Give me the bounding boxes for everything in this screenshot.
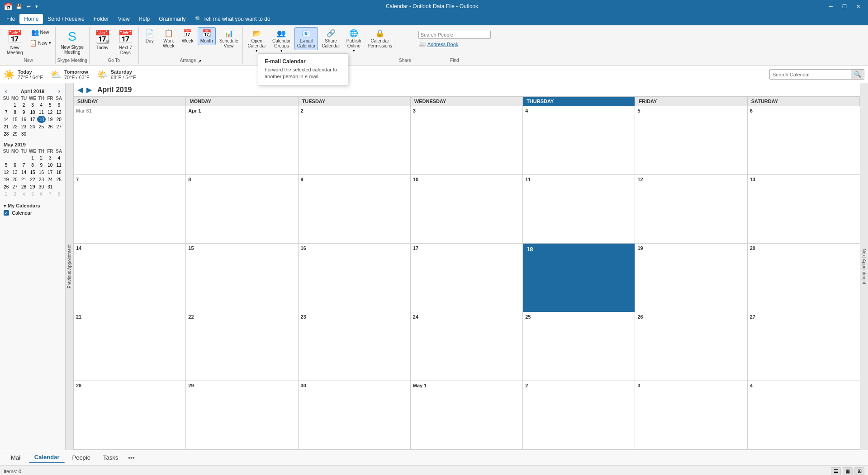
new-items-button[interactable]: 📋 New ▾ — [27, 38, 53, 48]
cal-cell-13[interactable]: 13 — [748, 175, 860, 243]
mini-cal-may-day[interactable]: 5 — [2, 161, 10, 169]
work-week-button[interactable]: 📋 WorkWeek — [160, 27, 178, 50]
search-calendar-input[interactable] — [770, 71, 851, 79]
mini-cal-may-day[interactable]: 19 — [2, 176, 10, 183]
cal-cell-21[interactable]: 21 — [74, 312, 186, 381]
cal-cell-11[interactable]: 11 — [523, 175, 635, 243]
my-calendars-header[interactable]: ▾ My Calendars — [4, 201, 62, 209]
cal-cell-24[interactable]: 24 — [411, 312, 523, 381]
nav-tab-mail[interactable]: Mail — [5, 452, 27, 463]
mini-cal-april-day[interactable]: 20 — [55, 116, 63, 123]
mini-cal-april-day[interactable]: 13 — [55, 108, 63, 116]
mini-cal-may-day[interactable]: 11 — [55, 161, 63, 169]
minimize-button[interactable]: ─ — [825, 2, 837, 11]
mini-cal-april-day[interactable]: 28 — [2, 130, 10, 137]
mini-cal-may-day[interactable]: 4 — [19, 190, 28, 198]
mini-cal-may-day[interactable]: 7 — [46, 190, 54, 198]
mini-cal-may-day[interactable]: 8 — [55, 190, 63, 198]
mini-cal-prev-button[interactable]: ‹ — [4, 88, 8, 94]
nav-tab-calendar[interactable]: Calendar — [29, 452, 65, 463]
mini-cal-may-day[interactable]: 16 — [37, 169, 46, 176]
mini-cal-april-day[interactable]: 24 — [28, 123, 37, 130]
mini-cal-april-day[interactable]: 7 — [2, 108, 10, 116]
mini-cal-may-day[interactable]: 3 — [10, 190, 19, 198]
calendar-checkbox[interactable]: ✓ — [4, 210, 9, 216]
cal-cell-27[interactable]: 27 — [748, 312, 860, 381]
mini-cal-may-day[interactable]: 8 — [28, 161, 37, 169]
quick-undo[interactable]: ↩ — [25, 4, 32, 9]
cal-cell-20[interactable]: 20 — [748, 244, 860, 312]
mini-cal-may-day[interactable]: 26 — [2, 183, 10, 190]
cal-cell-may1[interactable]: May 1 — [411, 381, 523, 449]
mini-cal-april-day[interactable]: 18 — [37, 116, 46, 123]
mini-cal-april-day[interactable]: 26 — [46, 123, 54, 130]
mini-cal-may-day[interactable]: 22 — [28, 176, 37, 183]
status-view-medium[interactable]: ▦ — [843, 467, 853, 475]
mini-cal-april-day[interactable]: 1 — [10, 101, 19, 108]
next-month-button[interactable]: ▶ — [86, 85, 92, 94]
new-meeting-small-button[interactable]: 👥 New — [27, 27, 53, 37]
mini-cal-april-day[interactable]: 4 — [37, 101, 46, 108]
mini-cal-may-day[interactable]: 6 — [37, 190, 46, 198]
address-book-row[interactable]: 📖 Address Book — [418, 41, 491, 47]
mini-cal-april-day[interactable]: 15 — [10, 116, 19, 123]
mini-cal-april-day[interactable]: 11 — [37, 108, 46, 116]
mini-cal-april-day[interactable]: 10 — [28, 108, 37, 116]
menu-home[interactable]: Home — [19, 14, 43, 24]
cal-cell-6[interactable]: 6 — [748, 106, 860, 174]
nav-tab-people[interactable]: People — [66, 452, 95, 463]
nav-tab-tasks[interactable]: Tasks — [98, 452, 123, 463]
share-calendar-button[interactable]: 🔗 ShareCalendar — [319, 27, 343, 50]
cal-cell-10[interactable]: 10 — [411, 175, 523, 243]
quick-customize[interactable]: ▾ — [34, 4, 39, 9]
mini-cal-may-day[interactable]: 9 — [37, 161, 46, 169]
mini-cal-may-day[interactable]: 7 — [19, 161, 28, 169]
next7-button[interactable]: 📅 Next 7Days — [114, 27, 137, 57]
mini-cal-may-day[interactable]: 12 — [2, 169, 10, 176]
publish-online-button[interactable]: 🌐 PublishOnline ▾ — [344, 27, 364, 55]
cal-cell-8[interactable]: 8 — [186, 175, 298, 243]
email-calendar-button[interactable]: 📧 E-mailCalendar — [294, 27, 318, 50]
mini-cal-april-day[interactable]: 6 — [55, 101, 63, 108]
mini-cal-may-day[interactable]: 5 — [28, 190, 37, 198]
address-book-link[interactable]: Address Book — [427, 42, 458, 47]
next-appointment-bar[interactable]: Next Appointment — [860, 83, 868, 450]
mini-cal-april-day[interactable]: 30 — [19, 130, 28, 137]
mini-cal-april-day[interactable]: 23 — [19, 123, 28, 130]
mini-cal-april-day[interactable]: 9 — [19, 108, 28, 116]
menu-view[interactable]: View — [114, 14, 134, 24]
cal-cell-7[interactable]: 7 — [74, 175, 186, 243]
search-calendar-button[interactable]: 🔍 — [851, 70, 864, 79]
prev-appointment-bar[interactable]: Previous Appointment — [66, 83, 74, 450]
menu-send-receive[interactable]: Send / Receive — [43, 14, 89, 24]
new-meeting-button[interactable]: 📅 NewMeeting — [4, 27, 26, 57]
close-button[interactable]: ✕ — [852, 2, 864, 11]
week-button[interactable]: 📅 Week — [179, 27, 197, 45]
menu-folder[interactable]: Folder — [89, 14, 114, 24]
status-view-large[interactable]: ⊞ — [854, 467, 864, 475]
cal-cell-22[interactable]: 22 — [186, 312, 298, 381]
mini-cal-may-day[interactable]: 30 — [37, 183, 46, 190]
mini-cal-may-day[interactable]: 18 — [55, 169, 63, 176]
search-people-input[interactable] — [418, 31, 491, 39]
cal-cell-25[interactable]: 25 — [523, 312, 635, 381]
mini-cal-may-day[interactable]: 27 — [10, 183, 19, 190]
mini-cal-may-day[interactable]: 23 — [37, 176, 46, 183]
mini-cal-april-day[interactable]: 19 — [46, 116, 54, 123]
mini-cal-may-day[interactable]: 10 — [46, 161, 54, 169]
calendar-groups-button[interactable]: 👥 CalendarGroups ▾ — [270, 27, 294, 55]
mini-cal-may-day[interactable]: 15 — [28, 169, 37, 176]
mini-cal-may-day[interactable]: 1 — [28, 154, 37, 161]
cal-cell-mar31[interactable]: Mar 31 — [74, 106, 186, 174]
mini-cal-may-day[interactable]: 29 — [28, 183, 37, 190]
schedule-button[interactable]: 📊 ScheduleView — [217, 27, 241, 50]
cal-cell-17[interactable]: 17 — [411, 244, 523, 312]
mini-cal-april-day[interactable]: 3 — [28, 101, 37, 108]
cal-cell-15[interactable]: 15 — [186, 244, 298, 312]
mini-cal-may-day[interactable]: 4 — [55, 154, 63, 161]
arrange-expand-icon[interactable]: ↗ — [198, 59, 201, 64]
cal-cell-28[interactable]: 28 — [74, 381, 186, 449]
mini-cal-april-day[interactable]: 29 — [10, 130, 19, 137]
cal-cell-4[interactable]: 4 — [523, 106, 635, 174]
prev-month-button[interactable]: ◀ — [77, 85, 83, 94]
